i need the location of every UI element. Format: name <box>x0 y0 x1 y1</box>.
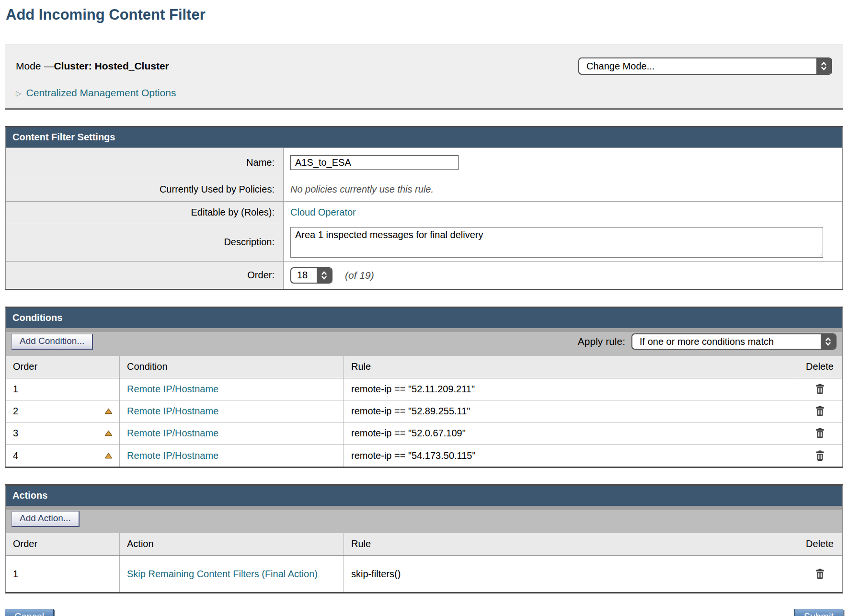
condition-row: 4 Remote IP/Hostname remote-ip == "54.17… <box>6 445 842 467</box>
action-link[interactable]: Skip Remaining Content Filters (Final Ac… <box>127 564 318 584</box>
change-mode-selected-value: Change Mode... <box>579 58 816 74</box>
order-row: Order: 18 (of 19) <box>6 261 842 289</box>
actions-section: Actions Add Action... Order Action Rule … <box>5 484 843 593</box>
name-label: Name: <box>6 148 284 177</box>
condition-order-number: 3 <box>13 428 18 439</box>
actions-header: Actions <box>6 486 842 506</box>
actions-toolbar: Add Action... <box>6 506 842 533</box>
condition-row: 1 Remote IP/Hostname remote-ip == "52.11… <box>6 378 842 400</box>
conditions-column-headers: Order Condition Rule Delete <box>6 356 842 378</box>
apply-rule-selected-value: If one or more conditions match <box>632 334 821 349</box>
editable-roles-link[interactable]: Cloud Operator <box>290 207 356 218</box>
apply-rule-group: Apply rule: If one or more conditions ma… <box>578 333 837 350</box>
policies-value: No policies currently use this rule. <box>290 184 434 195</box>
disclosure-triangle-icon[interactable]: ▷ <box>16 90 22 97</box>
condition-link[interactable]: Remote IP/Hostname <box>127 406 218 417</box>
description-label: Description: <box>6 223 284 261</box>
trash-icon <box>815 389 825 396</box>
mode-label: Mode <box>16 60 44 71</box>
delete-action-button[interactable] <box>814 568 826 581</box>
content-filter-settings-header: Content Filter Settings <box>6 127 842 148</box>
trash-icon <box>815 574 825 581</box>
centralized-management-row: ▷ Centralized Management Options <box>16 87 832 99</box>
condition-rule-text: remote-ip == "54.173.50.115" <box>351 450 476 461</box>
condition-order-number: 2 <box>13 406 18 417</box>
filter-name-input[interactable] <box>290 155 459 170</box>
delete-condition-button[interactable] <box>814 405 826 418</box>
select-stepper-icon <box>821 334 836 349</box>
conditions-header: Conditions <box>6 308 842 328</box>
column-header-action: Action <box>119 533 344 555</box>
mode-panel: Mode —Cluster: Hosted_Cluster Change Mod… <box>5 45 843 110</box>
column-header-rule: Rule <box>344 356 797 378</box>
description-textarea[interactable]: Area 1 inspected messages for final deli… <box>290 227 823 258</box>
trash-icon <box>815 433 825 440</box>
editable-row: Editable by (Roles): Cloud Operator <box>6 201 842 223</box>
move-up-button[interactable] <box>103 452 114 460</box>
column-header-rule: Rule <box>344 533 797 555</box>
centralized-management-options-link[interactable]: Centralized Management Options <box>26 87 176 99</box>
mode-dash: — <box>44 60 54 71</box>
page-title: Add Incoming Content Filter <box>6 6 843 23</box>
delete-condition-button[interactable] <box>814 383 826 396</box>
apply-rule-select[interactable]: If one or more conditions match <box>631 333 837 350</box>
trash-icon <box>815 456 825 463</box>
condition-row: 3 Remote IP/Hostname remote-ip == "52.0.… <box>6 422 842 445</box>
cancel-button[interactable]: Cancel <box>5 609 54 616</box>
mode-row: Mode —Cluster: Hosted_Cluster Change Mod… <box>16 57 832 75</box>
add-action-button[interactable]: Add Action... <box>11 511 80 527</box>
column-header-order: Order <box>6 533 119 555</box>
condition-link[interactable]: Remote IP/Hostname <box>127 450 218 461</box>
order-selected-value: 18 <box>291 268 317 283</box>
condition-rule-text: remote-ip == "52.0.67.109" <box>351 428 466 439</box>
add-condition-button[interactable]: Add Condition... <box>11 334 93 350</box>
column-header-condition: Condition <box>119 356 344 378</box>
move-up-button[interactable] <box>103 429 114 437</box>
condition-rule-text: remote-ip == "52.11.209.211" <box>351 384 475 395</box>
trash-icon <box>815 411 825 418</box>
apply-rule-label: Apply rule: <box>578 336 625 347</box>
action-row: 1 Skip Remaining Content Filters (Final … <box>6 556 842 592</box>
policies-label: Currently Used by Policies: <box>6 177 284 201</box>
submit-button[interactable]: Submit <box>794 609 843 616</box>
description-row: Description: Area 1 inspected messages f… <box>6 223 842 261</box>
content-filter-settings-section: Content Filter Settings Name: Currently … <box>5 126 843 290</box>
condition-rule-text: remote-ip == "52.89.255.11" <box>351 406 470 417</box>
change-mode-select[interactable]: Change Mode... <box>578 57 832 75</box>
mode-text: Mode —Cluster: Hosted_Cluster <box>16 60 169 72</box>
column-header-order: Order <box>6 356 119 378</box>
delete-condition-button[interactable] <box>814 449 826 462</box>
condition-order-number: 4 <box>13 450 18 461</box>
conditions-toolbar: Add Condition... Apply rule: If one or m… <box>6 328 842 356</box>
up-arrow-icon <box>104 453 113 460</box>
column-header-delete: Delete <box>797 356 842 378</box>
action-order-number: 1 <box>13 569 18 580</box>
conditions-section: Conditions Add Condition... Apply rule: … <box>5 307 843 468</box>
footer-buttons: Cancel Submit <box>5 609 843 616</box>
condition-row: 2 Remote IP/Hostname remote-ip == "52.89… <box>6 400 842 422</box>
policies-row: Currently Used by Policies: No policies … <box>6 177 842 201</box>
order-select[interactable]: 18 <box>290 267 332 284</box>
name-row: Name: <box>6 148 842 177</box>
up-arrow-icon <box>104 431 113 438</box>
order-label: Order: <box>6 262 284 289</box>
up-arrow-icon <box>104 409 113 416</box>
condition-link[interactable]: Remote IP/Hostname <box>127 384 218 395</box>
select-stepper-icon <box>816 58 831 74</box>
order-of-text: (of 19) <box>345 270 374 281</box>
editable-label: Editable by (Roles): <box>6 202 284 223</box>
action-rule-text: skip-filters() <box>351 569 401 580</box>
move-up-button[interactable] <box>103 407 114 415</box>
column-header-delete: Delete <box>797 533 842 555</box>
condition-link[interactable]: Remote IP/Hostname <box>127 428 218 439</box>
mode-cluster-name: Cluster: Hosted_Cluster <box>54 60 169 71</box>
select-stepper-icon <box>317 268 332 283</box>
page: Add Incoming Content Filter Mode —Cluste… <box>0 6 848 616</box>
condition-order-number: 1 <box>13 384 18 395</box>
actions-column-headers: Order Action Rule Delete <box>6 533 842 556</box>
delete-condition-button[interactable] <box>814 427 826 440</box>
